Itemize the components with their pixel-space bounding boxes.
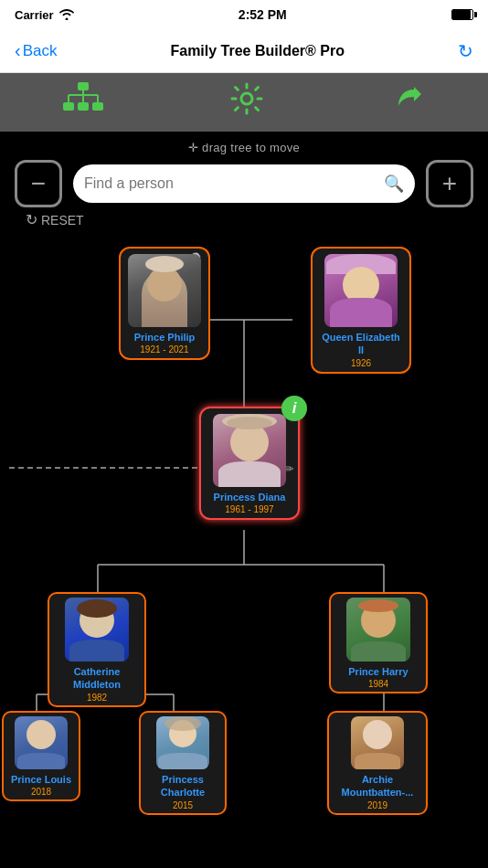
person-card-diana[interactable]: i ✏ Princess Diana 1961 - 1997 [199, 407, 300, 520]
archie-years: 2019 [367, 800, 387, 810]
person-card-charlotte[interactable]: Princess Charlotte 2015 [139, 711, 227, 815]
battery-fill [452, 10, 471, 19]
svg-rect-0 [78, 82, 89, 90]
search-input[interactable] [84, 175, 384, 192]
person-card-catherine[interactable]: Catherine Middleton 1982 [48, 592, 146, 707]
diana-photo [213, 414, 286, 487]
person-card-harry[interactable]: Prince Harry 1984 [329, 592, 428, 693]
search-icon: 🔍 [384, 174, 404, 194]
nav-bar: ‹ Back Family Tree Builder® Pro ↻ [0, 29, 488, 73]
search-wrapper: 🔍 [73, 164, 415, 203]
philip-photo [128, 254, 201, 327]
charlotte-name: Princess Charlotte [144, 773, 221, 799]
carrier-text: Carrier [15, 8, 74, 22]
diana-name: Princess Diana [214, 491, 286, 503]
share-button[interactable] [390, 81, 425, 123]
plus-icon: + [442, 171, 457, 196]
toolbar [0, 73, 488, 132]
wifi-icon [59, 9, 74, 20]
louis-photo [15, 716, 68, 769]
carrier-label: Carrier [15, 8, 54, 22]
minus-icon: − [31, 171, 46, 196]
settings-button[interactable] [229, 81, 264, 123]
catherine-years: 1982 [87, 693, 107, 703]
search-row: − 🔍 + [0, 160, 488, 207]
svg-rect-3 [78, 102, 89, 111]
refresh-button[interactable]: ↻ [458, 40, 473, 62]
philip-name: Prince Philip [134, 331, 196, 344]
battery-indicator [451, 9, 473, 20]
archie-name: Archie Mountbatten-... [333, 773, 422, 799]
svg-point-9 [241, 93, 252, 104]
philip-years: 1921 - 2021 [140, 344, 188, 355]
reset-icon: ↻ [26, 211, 37, 228]
tree-view-button[interactable] [63, 82, 103, 122]
back-label: Back [23, 42, 58, 60]
charlotte-years: 2015 [173, 800, 193, 810]
time-display: 2:52 PM [239, 7, 287, 22]
louis-name: Prince Louis [11, 773, 71, 786]
harry-name: Prince Harry [348, 665, 408, 678]
archie-photo [351, 716, 404, 769]
reset-button[interactable]: ↻ RESET [26, 211, 488, 228]
back-button[interactable]: ‹ Back [15, 40, 57, 61]
elizabeth-photo [324, 254, 398, 327]
louis-years: 2018 [31, 787, 51, 797]
svg-rect-1 [63, 102, 74, 111]
drag-hint: ✛ drag tree to move [0, 132, 488, 154]
catherine-photo [65, 598, 129, 662]
battery-icon [451, 9, 473, 20]
zoom-in-button[interactable]: + [426, 160, 473, 207]
harry-photo [346, 598, 410, 662]
family-tree-canvas[interactable]: ✛ drag tree to move − 🔍 + ↻ RESET [0, 132, 488, 868]
person-card-louis[interactable]: Prince Louis 2018 [2, 711, 80, 801]
charlotte-photo [156, 716, 209, 769]
person-card-philip[interactable]: 🪦 Prince Philip 1921 - 2021 [119, 247, 210, 360]
catherine-name: Catherine Middleton [53, 665, 141, 692]
reset-label: RESET [41, 213, 84, 228]
person-card-elizabeth[interactable]: Queen Elizabeth II 1926 [311, 247, 411, 374]
page-title: Family Tree Builder® Pro [170, 43, 345, 59]
svg-rect-2 [92, 102, 103, 111]
tree-area: 🪦 Prince Philip 1921 - 2021 [0, 228, 488, 850]
elizabeth-years: 1926 [351, 358, 371, 368]
status-bar: Carrier 2:52 PM [0, 0, 488, 29]
back-chevron-icon: ‹ [15, 40, 21, 61]
person-card-archie[interactable]: Archie Mountbatten-... 2019 [327, 711, 428, 815]
elizabeth-name: Queen Elizabeth II [318, 331, 404, 357]
diana-years: 1961 - 1997 [225, 504, 273, 514]
zoom-out-button[interactable]: − [15, 160, 62, 207]
harry-years: 1984 [368, 679, 388, 689]
